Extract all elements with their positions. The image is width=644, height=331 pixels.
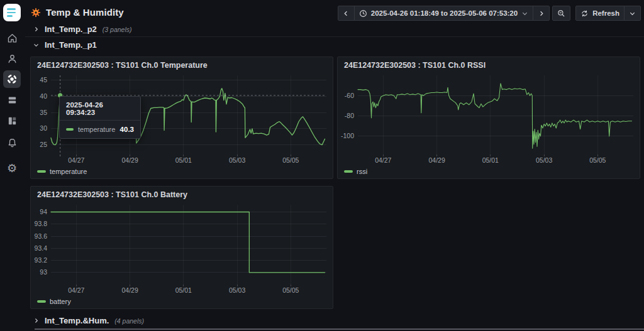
svg-text:93.4: 93.4: [35, 244, 48, 252]
panel-battery: 24E124732E302503 : TS101 Ch.0 Battery 93…: [30, 186, 333, 309]
dashboards-icon: [7, 95, 18, 106]
chevron-right-icon: [33, 26, 39, 32]
legend-rssi[interactable]: rssi: [344, 168, 367, 175]
profile-icon: [7, 53, 18, 64]
time-picker-group: 2025-04-26 01:18:49 to 2025-05-06 07:53:…: [338, 6, 550, 21]
time-toolbar: 2025-04-26 01:18:49 to 2025-05-06 07:53:…: [338, 6, 641, 21]
series-color-swatch: [37, 300, 46, 303]
hamburger-menu-icon: [7, 8, 16, 9]
svg-text:-80: -80: [345, 112, 354, 119]
panel-title[interactable]: 24E124732E302503 : TS101 Ch.0 Battery: [31, 187, 333, 199]
svg-text:04/29: 04/29: [121, 156, 138, 164]
refresh-interval-button[interactable]: [624, 6, 640, 20]
battery-chart[interactable]: 9393.293.493.693.89404/2704/2905/0105/03…: [31, 203, 333, 295]
svg-text:-100: -100: [341, 132, 354, 139]
sidebar-item-alerting[interactable]: [3, 134, 21, 151]
panel-temperature: 24E124732E302503 : TS101 Ch.0 Temperatur…: [30, 57, 333, 179]
legend-label: temperature: [50, 168, 87, 175]
zoom-out-group: [552, 6, 570, 21]
menu-toggle-button[interactable]: [3, 4, 21, 21]
series-color-swatch: [344, 170, 353, 173]
row-separator: [25, 36, 644, 37]
tooltip-timestamp: 2025-04-26 09:34:23: [60, 97, 140, 121]
gear-icon: ⚙: [7, 163, 17, 174]
refresh-label: Refresh: [592, 9, 619, 17]
nav-sidebar: ⚙: [0, 29, 24, 331]
sidebar-item-dashboards[interactable]: [3, 91, 21, 109]
row-separator-bright: [35, 328, 644, 330]
svg-text:05/05: 05/05: [282, 286, 299, 294]
sidebar-item-profile[interactable]: [3, 50, 21, 67]
time-zoom-out-button[interactable]: [553, 6, 570, 20]
row-title: Int_Temp._p2: [45, 24, 97, 34]
svg-text:35: 35: [40, 109, 47, 116]
sidebar-item-active-siren[interactable]: [3, 70, 21, 88]
chart-tooltip: 2025-04-26 09:34:23 temperature 40.3: [59, 96, 141, 139]
chevron-down-icon: [521, 10, 528, 17]
row-title: Int_Temp.&Hum.: [45, 316, 109, 325]
row-int-temp-hum[interactable]: Int_Temp.&Hum. (4 panels): [33, 316, 144, 325]
row-panel-count: (3 panels): [103, 26, 132, 33]
legend-battery[interactable]: battery: [37, 298, 71, 305]
row-int-temp-p2[interactable]: Int_Temp._p2 (3 panels): [33, 24, 132, 34]
svg-text:04/27: 04/27: [68, 156, 84, 164]
svg-text:05/03: 05/03: [229, 286, 245, 294]
chevron-down-icon: [629, 10, 636, 17]
svg-text:05/05: 05/05: [282, 156, 299, 164]
panel-title[interactable]: 24E124732E302503 : TS101 Ch.0 Temperatur…: [31, 57, 333, 70]
page-title: Temp & Humidity: [46, 7, 124, 18]
chevron-right-icon: [33, 318, 39, 323]
svg-text:05/03: 05/03: [229, 156, 245, 164]
chevron-right-icon: [538, 10, 545, 17]
svg-text:93.8: 93.8: [35, 220, 48, 227]
siren-icon: [6, 73, 18, 85]
series-color-swatch: [66, 128, 74, 131]
panel-title[interactable]: 24E124732E302503 : TS101 Ch.0 RSSI: [338, 57, 640, 70]
tooltip-value: 40.3: [120, 126, 134, 133]
time-range-label: 2025-04-26 01:18:49 to 2025-05-06 07:53:…: [371, 9, 518, 17]
svg-text:45: 45: [40, 76, 47, 84]
chevron-left-icon: [343, 10, 350, 17]
svg-text:05/01: 05/01: [175, 156, 192, 164]
svg-text:04/27: 04/27: [68, 286, 84, 294]
refresh-button[interactable]: Refresh: [576, 6, 624, 20]
grafana-flame-icon: [31, 8, 41, 18]
time-shift-back-button[interactable]: [338, 6, 354, 20]
bell-icon: [7, 138, 18, 148]
panel-rssi: 24E124732E302503 : TS101 Ch.0 RSSI -100-…: [337, 57, 640, 179]
svg-text:04/29: 04/29: [121, 286, 138, 294]
rssi-chart[interactable]: -100-80-6004/2704/2905/0105/0305/05: [338, 73, 640, 165]
layout-grid-icon: [7, 116, 18, 126]
refresh-group: Refresh: [575, 6, 641, 21]
svg-text:04/27: 04/27: [375, 156, 391, 164]
time-shift-forward-button[interactable]: [533, 6, 549, 20]
tooltip-series-name: temperature: [78, 126, 115, 133]
row-title: Int_Temp._p1: [45, 40, 97, 50]
dashboard-header: Temp & Humidity: [31, 7, 124, 18]
legend-temperature[interactable]: temperature: [37, 168, 87, 175]
sidebar-item-settings[interactable]: ⚙: [3, 160, 21, 177]
svg-text:30: 30: [40, 124, 47, 132]
svg-text:25: 25: [40, 141, 47, 148]
refresh-icon: [580, 9, 589, 18]
svg-text:40: 40: [40, 92, 47, 100]
home-icon: [7, 33, 18, 43]
row-panel-count: (4 panels): [114, 317, 144, 325]
legend-label: rssi: [357, 168, 367, 175]
row-int-temp-p1[interactable]: Int_Temp._p1: [33, 40, 97, 50]
svg-text:93.6: 93.6: [35, 232, 48, 240]
svg-text:05/01: 05/01: [175, 286, 192, 294]
hamburger-menu-icon: [7, 15, 13, 16]
zoom-out-icon: [557, 9, 565, 18]
svg-text:04/29: 04/29: [428, 156, 445, 164]
svg-text:93.2: 93.2: [35, 256, 48, 264]
hamburger-menu-icon: [7, 12, 16, 13]
legend-label: battery: [50, 298, 71, 305]
svg-text:93: 93: [40, 268, 47, 276]
sidebar-item-layouts[interactable]: [3, 112, 21, 129]
svg-text:05/05: 05/05: [589, 156, 606, 164]
time-range-button[interactable]: 2025-04-26 01:18:49 to 2025-05-06 07:53:…: [354, 6, 533, 20]
svg-text:-60: -60: [345, 92, 354, 99]
sidebar-item-home[interactable]: [3, 29, 21, 46]
series-color-swatch: [37, 170, 46, 173]
